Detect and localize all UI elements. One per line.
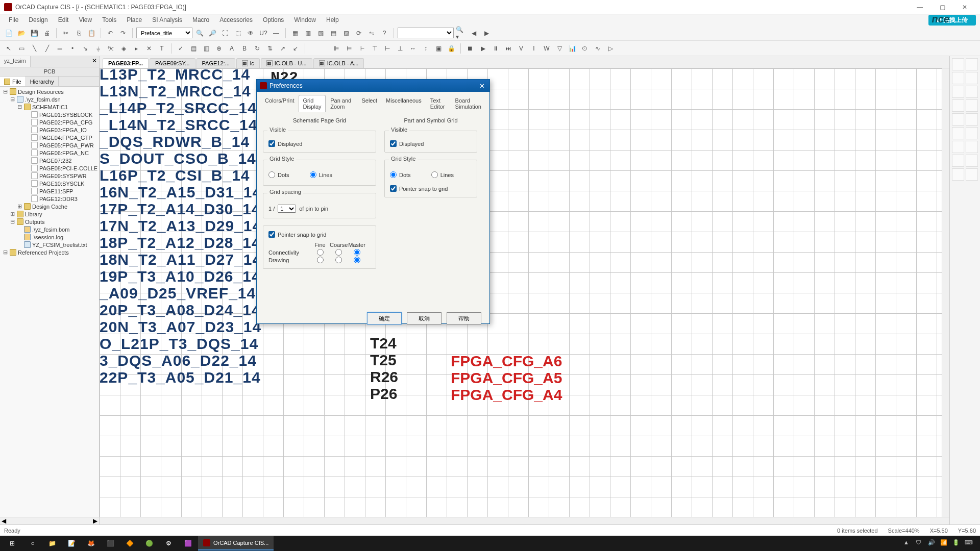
zoom-area-icon[interactable]: ⬚ bbox=[232, 28, 243, 39]
menu-view[interactable]: View bbox=[74, 15, 96, 24]
tree-page[interactable]: PAGE03:FPGA_IO bbox=[0, 126, 99, 134]
place-bus-icon[interactable]: ═ bbox=[54, 43, 65, 54]
tab-select[interactable]: Select bbox=[357, 95, 381, 112]
next-icon[interactable]: ▶ bbox=[481, 28, 492, 39]
tool-icon[interactable] bbox=[952, 113, 964, 126]
tool-icon[interactable] bbox=[966, 127, 978, 139]
tray-icon[interactable]: 🔊 bbox=[928, 539, 936, 547]
place-net-icon[interactable]: ╱ bbox=[41, 43, 53, 54]
tool-icon[interactable] bbox=[952, 86, 964, 98]
zoom-fit-icon[interactable]: ⛶ bbox=[219, 28, 231, 39]
menu-si-analysis[interactable]: SI Analysis bbox=[148, 15, 187, 24]
canvas-hscrollbar[interactable] bbox=[100, 517, 949, 524]
select-icon[interactable]: ↖ bbox=[3, 43, 14, 54]
taskbar-app-icon[interactable]: ⬛ bbox=[101, 536, 119, 550]
find-icon[interactable]: 🔍▾ bbox=[455, 28, 467, 39]
group-icon[interactable]: ▣ bbox=[433, 43, 444, 54]
undo-icon[interactable]: ↶ bbox=[105, 28, 116, 39]
tool-icon[interactable] bbox=[966, 86, 978, 98]
open-icon[interactable]: 📂 bbox=[16, 28, 27, 39]
tree-page[interactable]: PAGE07:232 bbox=[0, 157, 99, 164]
left-scrollbar[interactable]: ◀▶ bbox=[0, 517, 99, 524]
menu-edit[interactable]: Edit bbox=[54, 15, 74, 24]
system-tray[interactable]: ▲ 🛡 🔊 📶 🔋 ⌨ bbox=[903, 539, 978, 547]
sim-pause-icon[interactable]: ⏸ bbox=[490, 43, 501, 54]
tool-icon[interactable] bbox=[952, 127, 964, 139]
tree-page[interactable]: PAGE01:SYSBLOCK bbox=[0, 111, 99, 118]
zoom-out-icon[interactable]: 🔎 bbox=[207, 28, 218, 39]
align-bottom-icon[interactable]: ⊥ bbox=[395, 43, 406, 54]
sim-play-icon[interactable]: ▶ bbox=[477, 43, 488, 54]
tree-outputs[interactable]: ⊟Outputs bbox=[0, 218, 99, 226]
tree-page[interactable]: PAGE12:DDR3 bbox=[0, 195, 99, 203]
tree-page[interactable]: PAGE10:SYSCLK bbox=[0, 180, 99, 187]
place-junction-icon[interactable]: • bbox=[67, 43, 78, 54]
align-center-icon[interactable]: ⊨ bbox=[344, 43, 355, 54]
redo-icon[interactable]: ↷ bbox=[117, 28, 129, 39]
tab-pan-zoom[interactable]: Pan and Zoom bbox=[326, 95, 357, 112]
scope-icon[interactable]: 📊 bbox=[567, 43, 578, 54]
place-wire-icon[interactable]: ╲ bbox=[29, 43, 40, 54]
dots-radio[interactable]: Dots bbox=[268, 171, 289, 178]
tool-icon[interactable] bbox=[966, 113, 978, 126]
tree-page[interactable]: PAGE11:SFP bbox=[0, 187, 99, 195]
tree-page[interactable]: PAGE05:FPGA_PWR bbox=[0, 141, 99, 149]
schematic-canvas[interactable]: N22 L13P_T2_MRCC_14L13N_T2_MRCC_14_L14P_… bbox=[100, 68, 949, 524]
place-noconnect-icon[interactable]: ✕ bbox=[143, 43, 155, 54]
tool-icon[interactable] bbox=[966, 58, 978, 70]
tab-text-editor[interactable]: Text Editor bbox=[426, 95, 451, 112]
doc-tab[interactable]: PAGE12:... bbox=[197, 58, 235, 68]
u-icon[interactable]: U? bbox=[258, 28, 269, 39]
distribute-icon[interactable]: ▨ bbox=[340, 28, 352, 39]
dialog-titlebar[interactable]: Preferences ✕ bbox=[257, 80, 489, 92]
subtab-file[interactable]: File bbox=[0, 77, 26, 86]
annotate-icon[interactable]: A bbox=[226, 43, 237, 54]
tree-output-file[interactable]: YZ_FCSIM_treelist.txt bbox=[0, 241, 99, 248]
place-entry-icon[interactable]: ↘ bbox=[80, 43, 91, 54]
taskbar-app-icon[interactable]: 🔶 bbox=[120, 536, 139, 550]
menu-help[interactable]: Help bbox=[322, 15, 344, 24]
tab-misc[interactable]: Miscellaneous bbox=[382, 95, 426, 112]
paste-icon[interactable]: 📋 bbox=[86, 28, 97, 39]
maximize-button[interactable]: ▢ bbox=[931, 0, 953, 14]
tree-design-cache[interactable]: ⊞Design Cache bbox=[0, 203, 99, 210]
subtab-hierarchy[interactable]: Hierarchy bbox=[26, 77, 59, 86]
align-middle-icon[interactable]: ⊢ bbox=[382, 43, 393, 54]
tab-grid-display[interactable]: Grid Display bbox=[299, 95, 326, 112]
tray-icon[interactable]: 🛡 bbox=[916, 539, 924, 547]
part-displayed-checkbox[interactable]: Displayed bbox=[390, 140, 472, 147]
place-offpage-icon[interactable]: ▸ bbox=[131, 43, 142, 54]
tool-icon[interactable] bbox=[952, 168, 964, 181]
tree-library[interactable]: ⊞Library bbox=[0, 210, 99, 218]
minimize-button[interactable]: — bbox=[909, 0, 931, 14]
menu-design[interactable]: Design bbox=[24, 15, 52, 24]
tab-board-sim[interactable]: Board Simulation bbox=[451, 95, 485, 112]
tool-icon[interactable] bbox=[966, 72, 978, 84]
tool-icon[interactable] bbox=[966, 155, 978, 167]
project-tree[interactable]: ⊟Design Resources ⊟.\yz_fcsim.dsn ⊟SCHEM… bbox=[0, 87, 99, 517]
tray-icon[interactable]: 🔋 bbox=[952, 539, 961, 547]
menu-window[interactable]: Window bbox=[289, 15, 321, 24]
zoom-in-icon[interactable]: 🔍 bbox=[194, 28, 205, 39]
part-pointer-snap-checkbox[interactable]: Pointer snap to grid bbox=[390, 185, 472, 192]
project-tab[interactable]: yz_fcsim bbox=[0, 56, 31, 67]
cut-icon[interactable]: ✂ bbox=[60, 28, 71, 39]
sync-icon[interactable]: ⇅ bbox=[264, 43, 276, 54]
dialog-close-button[interactable]: ✕ bbox=[477, 82, 486, 90]
gen-icon[interactable]: ∿ bbox=[592, 43, 603, 54]
panel-close-icon[interactable]: ✕ bbox=[90, 56, 99, 67]
place-ground-icon[interactable]: ⏧ bbox=[105, 43, 116, 54]
align-top-icon[interactable]: ⊤ bbox=[369, 43, 380, 54]
prev-icon[interactable]: ◀ bbox=[468, 28, 479, 39]
export-icon[interactable]: ↗ bbox=[277, 43, 288, 54]
dist-h-icon[interactable]: ↔ bbox=[407, 43, 419, 54]
lines-radio[interactable]: Lines bbox=[310, 171, 332, 178]
align-right-icon[interactable]: ⊩ bbox=[356, 43, 368, 54]
tab-colors-print[interactable]: Colors/Print bbox=[261, 95, 298, 112]
run-icon[interactable]: ▷ bbox=[605, 43, 616, 54]
netlist-icon[interactable]: ▥ bbox=[201, 43, 212, 54]
drawing-coarse-radio[interactable] bbox=[335, 257, 342, 263]
grid-icon[interactable]: ▥ bbox=[302, 28, 313, 39]
doc-tab[interactable]: ▦IC.OLB - A... bbox=[313, 58, 364, 68]
taskbar-search-icon[interactable]: ○ bbox=[23, 536, 42, 550]
